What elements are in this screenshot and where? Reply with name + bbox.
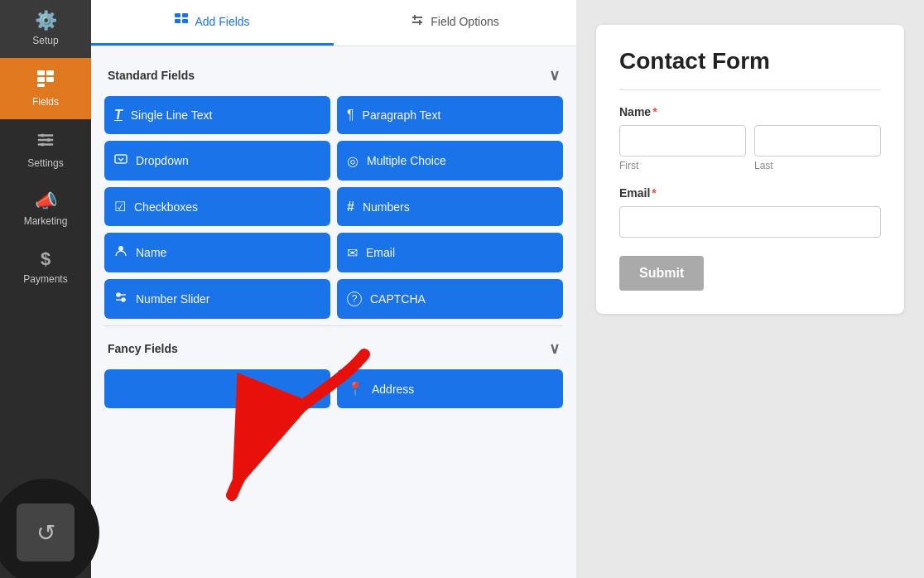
form-card: Contact Form Name* First Last xyxy=(596,25,904,314)
last-name-field-wrap: Last xyxy=(754,125,881,171)
sidebar-item-marketing[interactable]: 📣 Marketing xyxy=(0,181,91,238)
form-name-label: Name* xyxy=(619,105,881,118)
svg-rect-0 xyxy=(37,70,45,75)
single-line-text-icon: T xyxy=(114,108,123,123)
field-btn-multiple-choice-label: Multiple Choice xyxy=(367,154,446,167)
field-btn-placeholder[interactable] xyxy=(104,369,330,408)
form-email-group: Email* xyxy=(619,186,881,238)
fancy-fields-chevron[interactable]: ∨ xyxy=(549,340,560,358)
multiple-choice-icon: ◎ xyxy=(347,153,359,169)
main-panel: Add Fields Field Options Standard Fields… xyxy=(91,0,576,578)
svg-rect-10 xyxy=(175,19,180,23)
settings-icon xyxy=(36,131,55,152)
checkboxes-icon: ☑ xyxy=(114,199,126,214)
name-required-star: * xyxy=(652,105,657,118)
field-btn-captcha[interactable]: ? CAPTCHA xyxy=(337,279,563,319)
sidebar-history-area: ↺ xyxy=(0,558,91,578)
marketing-icon: 📣 xyxy=(35,192,57,210)
name-icon xyxy=(114,244,128,261)
field-btn-multiple-choice[interactable]: ◎ Multiple Choice xyxy=(337,141,563,181)
svg-rect-4 xyxy=(37,84,45,87)
sidebar-label-fields: Fields xyxy=(32,96,59,108)
submit-button[interactable]: Submit xyxy=(619,256,704,291)
form-name-group: Name* First Last xyxy=(619,105,881,171)
field-btn-address-label: Address xyxy=(372,383,414,396)
field-btn-email-label: Email xyxy=(366,246,395,259)
field-btn-number-slider-label: Number Slider xyxy=(136,292,209,306)
fields-icon xyxy=(36,70,55,91)
svg-point-17 xyxy=(118,246,123,251)
fancy-fields-label: Fancy Fields xyxy=(108,342,178,355)
svg-rect-11 xyxy=(182,19,188,23)
field-btn-paragraph-text[interactable]: ¶ Paragraph Text xyxy=(337,96,563,134)
standard-fields-header: Standard Fields ∨ xyxy=(104,60,563,96)
address-icon: 📍 xyxy=(347,381,363,397)
sidebar-label-settings: Settings xyxy=(27,157,63,169)
history-button[interactable]: ↺ xyxy=(17,503,75,561)
first-name-input[interactable] xyxy=(619,125,746,157)
standard-fields-chevron[interactable]: ∨ xyxy=(549,66,560,84)
svg-rect-1 xyxy=(46,70,54,75)
form-title: Contact Form xyxy=(619,48,881,75)
sidebar-item-fields[interactable]: Fields xyxy=(0,58,91,119)
field-btn-checkboxes-label: Checkboxes xyxy=(134,200,198,214)
email-required-star: * xyxy=(652,186,656,200)
field-btn-paragraph-text-label: Paragraph Text xyxy=(363,108,441,122)
sidebar-label-setup: Setup xyxy=(32,35,58,46)
setup-icon: ⚙️ xyxy=(35,12,57,30)
svg-rect-7 xyxy=(41,143,45,147)
numbers-icon: # xyxy=(347,200,354,214)
last-name-sublabel: Last xyxy=(754,160,881,171)
field-btn-numbers-label: Numbers xyxy=(363,200,410,214)
sidebar: ⚙️ Setup Fields Settings 📣 Marketing $ P… xyxy=(0,0,91,578)
add-fields-tab-icon xyxy=(175,13,188,30)
tabs-bar: Add Fields Field Options xyxy=(91,0,576,46)
sidebar-item-setup[interactable]: ⚙️ Setup xyxy=(0,0,91,58)
last-name-input[interactable] xyxy=(754,125,881,157)
field-btn-checkboxes[interactable]: ☑ Checkboxes xyxy=(104,187,330,226)
name-inputs: First Last xyxy=(619,125,881,171)
field-options-tab-icon xyxy=(411,13,424,30)
svg-rect-6 xyxy=(47,138,51,142)
svg-rect-5 xyxy=(41,134,45,137)
history-icon: ↺ xyxy=(36,519,55,547)
content-area: Add Fields Field Options Standard Fields… xyxy=(91,0,924,578)
field-btn-dropdown-label: Dropdown xyxy=(136,154,189,167)
field-btn-single-line-text-label: Single Line Text xyxy=(131,108,213,122)
svg-rect-3 xyxy=(46,77,54,82)
form-preview: Contact Form Name* First Last xyxy=(576,0,924,578)
email-icon: ✉ xyxy=(347,245,358,261)
standard-fields-grid: T Single Line Text ¶ Paragraph Text Drop… xyxy=(104,96,563,319)
field-btn-single-line-text[interactable]: T Single Line Text xyxy=(104,96,330,134)
form-email-label: Email* xyxy=(619,186,881,200)
tab-add-fields-label: Add Fields xyxy=(195,15,249,28)
sidebar-label-marketing: Marketing xyxy=(24,215,68,227)
tab-field-options[interactable]: Field Options xyxy=(334,0,576,46)
submit-label: Submit xyxy=(639,266,684,280)
email-input[interactable] xyxy=(619,206,881,238)
captcha-icon: ? xyxy=(347,291,362,306)
standard-fields-label: Standard Fields xyxy=(108,69,195,82)
section-divider xyxy=(104,325,563,326)
sidebar-item-settings[interactable]: Settings xyxy=(0,119,91,181)
form-divider xyxy=(619,89,881,90)
svg-rect-2 xyxy=(37,77,45,82)
field-btn-numbers[interactable]: # Numbers xyxy=(337,187,563,226)
tab-add-fields[interactable]: Add Fields xyxy=(91,0,334,46)
sidebar-label-payments: Payments xyxy=(23,273,67,285)
sidebar-item-payments[interactable]: $ Payments xyxy=(0,238,91,296)
svg-rect-16 xyxy=(115,155,127,163)
paragraph-text-icon: ¶ xyxy=(347,108,354,123)
field-btn-name-label: Name xyxy=(136,246,166,259)
field-btn-dropdown[interactable]: Dropdown xyxy=(104,141,330,181)
field-btn-address[interactable]: 📍 Address xyxy=(337,369,563,408)
field-btn-email[interactable]: ✉ Email xyxy=(337,233,563,272)
dropdown-icon xyxy=(114,152,128,169)
field-btn-number-slider[interactable]: Number Slider xyxy=(104,279,330,319)
first-name-field-wrap: First xyxy=(619,125,746,171)
fancy-fields-grid: 📍 Address xyxy=(104,369,563,408)
svg-point-21 xyxy=(122,298,125,301)
field-btn-name[interactable]: Name xyxy=(104,233,330,272)
svg-rect-9 xyxy=(182,13,188,17)
fields-area: Standard Fields ∨ T Single Line Text ¶ P… xyxy=(91,46,576,578)
